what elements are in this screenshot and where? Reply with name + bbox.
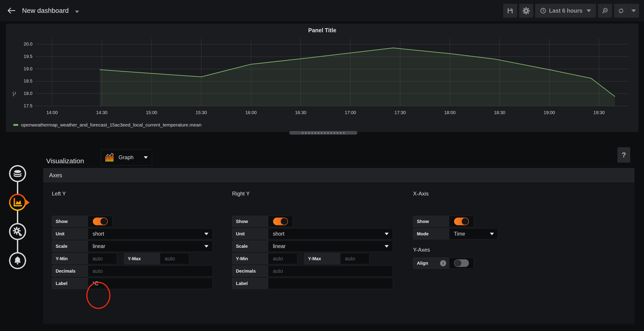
left-y-scale-row: Scale linear (52, 241, 213, 252)
graph-viz-icon (105, 153, 115, 162)
left-y-show-toggle[interactable] (93, 218, 108, 225)
left-y-heading: Left Y (52, 191, 213, 197)
time-range-caret-icon (586, 10, 591, 12)
y-tick-label: 19.5 (12, 54, 32, 59)
database-icon (12, 169, 22, 179)
x-tick-label: 18:00 (436, 110, 464, 115)
x-tick-label: 17:00 (337, 110, 364, 115)
y-axes-align-row: Align i (413, 257, 474, 269)
x-tick-label: 14:00 (38, 110, 66, 115)
right-y-show-label: Show (232, 216, 268, 227)
x-axis-mode-caret-icon (490, 233, 494, 235)
dashboard-title-caret-icon[interactable] (75, 11, 79, 13)
dashboard-settings-button[interactable] (519, 4, 533, 18)
right-y-show-toggle[interactable] (273, 218, 288, 225)
right-y-label-label: Label (232, 278, 268, 289)
back-arrow-icon[interactable] (7, 7, 16, 14)
sidebar-item-general[interactable] (9, 223, 26, 240)
sidebar-item-queries[interactable] (9, 165, 26, 182)
right-y-min-input[interactable] (268, 253, 298, 264)
y-tick-label: 18.0 (12, 91, 32, 96)
y-tick-label: 18.5 (12, 79, 32, 84)
left-y-scale-caret-icon (204, 245, 208, 248)
right-y-decimals-row: Decimals (232, 265, 393, 277)
sidebar-connector-line (17, 174, 18, 261)
gear-icon (522, 7, 530, 15)
x-axis-column: X-Axis Show Mode Time Y-Axes Align (413, 191, 574, 269)
left-y-column: Left Y Show Unit short Scale linear (52, 191, 213, 289)
x-tick-label: 16:30 (287, 110, 314, 115)
zoom-out-icon (602, 8, 608, 14)
refresh-button[interactable] (614, 4, 628, 18)
x-axis-mode-select[interactable]: Time (449, 228, 498, 239)
right-y-max-label: Y-Max (304, 253, 340, 264)
panel-title[interactable]: Panel Title (6, 27, 638, 34)
legend-item[interactable]: openweathermap_weather_and_forecast_15ac… (13, 122, 202, 128)
right-y-column: Right Y Show Unit short Scale linear (232, 191, 393, 289)
left-y-min-label: Y-Min (52, 253, 88, 264)
left-y-max-input[interactable] (160, 253, 189, 264)
right-y-min-row: Y-Min (232, 253, 298, 264)
align-label: Align (417, 261, 428, 266)
x-axis-show-toggle[interactable] (454, 218, 469, 225)
x-axis-mode-row: Mode Time (413, 228, 498, 239)
legend-series-swatch (13, 124, 18, 126)
align-toggle[interactable] (454, 259, 469, 267)
visualization-heading: Visualization (46, 157, 84, 165)
left-y-min-input[interactable] (88, 253, 117, 264)
left-y-decimals-row: Decimals (52, 265, 213, 277)
area-chart-icon (12, 197, 23, 207)
visualization-type-select[interactable]: Graph (101, 149, 152, 166)
active-tab-arrow (25, 199, 30, 206)
gear-wrench-icon (12, 227, 22, 236)
right-y-max-input[interactable] (340, 253, 370, 264)
right-y-label-input[interactable] (268, 278, 393, 289)
left-y-max-row: Y-Max (124, 253, 189, 264)
zoom-out-button[interactable] (598, 4, 612, 18)
axes-section-header[interactable]: Axes (43, 168, 634, 182)
sidebar-item-visualization[interactable] (9, 194, 26, 211)
left-y-min-row: Y-Min (52, 253, 117, 264)
right-y-scale-caret-icon (385, 245, 389, 248)
right-y-min-label: Y-Min (232, 253, 268, 264)
refresh-interval-caret-icon (632, 10, 636, 12)
left-y-scale-select[interactable]: linear (88, 241, 212, 252)
right-y-decimals-label: Decimals (232, 266, 268, 276)
x-tick-label: 15:00 (138, 110, 165, 115)
left-y-show-label: Show (52, 216, 88, 227)
right-y-unit-caret-icon (385, 233, 389, 235)
y-axes-heading: Y-Axes (413, 247, 574, 253)
right-y-unit-label: Unit (232, 228, 268, 239)
right-y-decimals-input[interactable] (268, 266, 393, 276)
left-y-decimals-input[interactable] (88, 266, 212, 276)
left-y-label-label: Label (52, 278, 88, 289)
dashboard-title[interactable]: New dashboard (22, 7, 69, 15)
save-dashboard-button[interactable] (503, 4, 517, 18)
right-y-scale-row: Scale linear (232, 241, 393, 252)
visualization-type-caret-icon (144, 156, 148, 159)
right-y-unit-select[interactable]: short (268, 228, 393, 239)
sidebar-item-alert[interactable] (9, 252, 26, 269)
timeseries-chart[interactable] (35, 39, 629, 107)
refresh-icon (618, 8, 624, 14)
clock-icon (540, 8, 546, 14)
y-tick-label: 20.0 (12, 42, 32, 47)
left-y-unit-caret-icon (204, 233, 208, 235)
visualization-type-value: Graph (118, 154, 134, 161)
time-range-picker[interactable]: Last 6 hours (535, 4, 596, 18)
refresh-interval-dropdown[interactable] (628, 4, 639, 18)
info-icon[interactable]: i (440, 260, 446, 266)
x-tick-label: 16:00 (238, 110, 264, 115)
save-icon (507, 8, 514, 14)
x-tick-label: 18:30 (486, 110, 513, 115)
chart-plot-area[interactable] (35, 39, 629, 107)
left-y-unit-select[interactable]: short (88, 228, 212, 239)
left-y-unit-row: Unit short (52, 228, 213, 239)
right-y-show-row: Show (232, 216, 293, 227)
help-button[interactable]: ? (618, 147, 630, 163)
panel-resize-handle[interactable] (289, 131, 358, 135)
right-y-scale-select[interactable]: linear (268, 241, 393, 252)
annotation-red-circle (86, 282, 110, 309)
bell-icon (13, 256, 22, 265)
left-y-label-row: Label (52, 278, 213, 289)
